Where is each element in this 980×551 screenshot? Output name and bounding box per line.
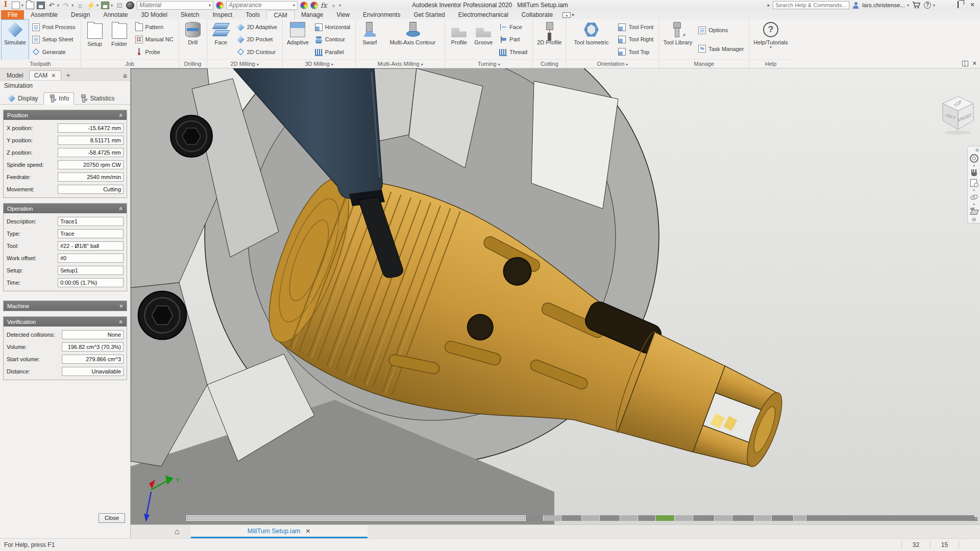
chevron-down-icon[interactable]: ▾ — [973, 189, 975, 191]
group-label-help[interactable]: Help — [749, 59, 792, 68]
group-label-turning[interactable]: Turning ▾ — [445, 59, 532, 68]
export-icon[interactable] — [101, 2, 109, 9]
view-cube[interactable]: TOP LEFT FRONT — [940, 95, 976, 136]
parallel-button[interactable]: Parallel — [313, 47, 352, 57]
document-tab-active[interactable]: MillTurn Setup.iam ✕ — [191, 525, 368, 538]
multi-axis-contour-button[interactable]: Multi-Axis Contour — [382, 20, 443, 59]
model-browser-tab[interactable]: Model — [2, 71, 28, 80]
timeline-segment[interactable] — [693, 515, 715, 521]
timeline-segment[interactable] — [526, 515, 544, 521]
help-icon[interactable]: ? — [924, 2, 931, 9]
swarf-button[interactable]: Swarf — [357, 20, 382, 59]
tab-manage[interactable]: Manage — [295, 10, 330, 19]
zoom-icon[interactable] — [970, 179, 978, 187]
close-document-icon[interactable]: ✕ — [972, 61, 977, 66]
timeline-segment[interactable] — [754, 515, 772, 521]
clip-icon[interactable]: ⊡ — [115, 2, 124, 9]
save-icon[interactable] — [37, 2, 45, 9]
group-label-drilling[interactable]: Drilling — [179, 59, 207, 68]
timeline-segment[interactable] — [794, 515, 806, 521]
tab-file[interactable]: File — [1, 10, 24, 19]
export-dropdown[interactable]: ▾ — [111, 3, 113, 8]
undo-icon[interactable]: ↶ — [47, 2, 56, 9]
render-sphere-icon[interactable] — [126, 2, 134, 9]
timeline-segment[interactable] — [186, 515, 526, 521]
tab-display[interactable]: Display — [3, 93, 42, 104]
tab-view[interactable]: View — [330, 10, 356, 19]
turning-profile-button[interactable]: Profile — [447, 20, 471, 59]
drill-button[interactable]: Drill — [181, 20, 205, 59]
adaptive-button[interactable]: Adaptive — [284, 20, 311, 59]
redo-dropdown[interactable]: ▾ — [71, 3, 74, 8]
face-button[interactable]: Face — [209, 20, 233, 59]
post-process-button[interactable]: Post Process — [31, 22, 77, 32]
pan-icon[interactable] — [970, 168, 978, 177]
help-dropdown[interactable]: ▾ — [933, 3, 935, 8]
undo-dropdown[interactable]: ▾ — [57, 3, 59, 8]
turning-part-button[interactable]: Part — [498, 34, 529, 44]
timeline-segment[interactable] — [772, 515, 794, 521]
close-button[interactable]: ✕ — [967, 1, 978, 9]
search-expand-icon[interactable]: ▸ — [768, 2, 770, 9]
pattern-button[interactable]: Pattern — [134, 22, 175, 32]
color-wheel-icon[interactable] — [216, 2, 224, 9]
cam-browser-tab[interactable]: CAM✕ — [29, 70, 61, 80]
tab-overflow-button[interactable]: ▴▾ — [562, 10, 574, 19]
tool-isometric-button[interactable]: Tool Isometric — [568, 20, 615, 59]
tab-cam[interactable]: CAM — [266, 10, 295, 19]
add-browser-tab-button[interactable]: ＋ — [62, 71, 75, 80]
turning-thread-button[interactable]: Thread — [498, 47, 529, 57]
tab-get-started[interactable]: Get Started — [407, 10, 451, 19]
navbar-collapse-icon[interactable]: ⊖ — [971, 217, 976, 222]
position-section-header[interactable]: Position« — [4, 110, 127, 120]
tab-assemble[interactable]: Assemble — [24, 10, 64, 19]
machine-section-header[interactable]: Machine« — [4, 301, 127, 311]
close-simulation-button[interactable]: Close — [99, 513, 125, 523]
operation-section-header[interactable]: Operation« — [4, 204, 127, 213]
tab-statistics[interactable]: #Statistics — [75, 93, 119, 104]
timeline-segment[interactable] — [544, 515, 561, 521]
tab-electromechanical[interactable]: Electromechanical — [452, 10, 515, 19]
timeline-segment[interactable] — [675, 515, 693, 521]
2d-pocket-button[interactable]: 2D Pocket — [235, 34, 279, 44]
verification-section-header[interactable]: Verification« — [4, 317, 127, 327]
navigation-wheel-icon[interactable] — [970, 154, 978, 163]
cart-icon[interactable] — [912, 2, 921, 9]
quick-update-icon[interactable]: ⚡ — [87, 2, 95, 9]
group-label-orientation[interactable]: Orientation ▾ — [566, 59, 658, 68]
timeline-segment[interactable] — [620, 515, 638, 521]
timeline-segment[interactable] — [561, 515, 582, 521]
group-label-3d-milling[interactable]: 3D Milling ▾ — [283, 59, 355, 68]
close-icon[interactable]: ✕ — [306, 528, 311, 535]
adjust-appearance-icon[interactable] — [300, 2, 308, 9]
tab-environments[interactable]: Environments — [356, 10, 407, 19]
task-manager-button[interactable]: Task Manager — [697, 44, 745, 54]
timeline-segment[interactable] — [806, 515, 975, 521]
folder-button[interactable]: Folder — [107, 20, 132, 59]
turning-face-button[interactable]: Face — [498, 22, 529, 32]
setup-button[interactable]: Setup — [83, 20, 107, 59]
quick-update-dropdown[interactable]: ▾ — [96, 3, 99, 8]
search-input[interactable] — [773, 1, 849, 9]
minimize-button[interactable] — [938, 1, 949, 9]
generate-button[interactable]: Generate — [31, 47, 77, 57]
group-label-job[interactable]: Job — [81, 59, 179, 68]
user-dropdown[interactable]: ▾ — [907, 3, 909, 8]
redo-icon[interactable]: ↷ — [62, 2, 70, 9]
tab-tools[interactable]: Tools — [239, 10, 266, 19]
clear-appearance-icon[interactable] — [310, 2, 318, 9]
simulate-button[interactable]: Simulate — [2, 20, 29, 59]
tab-3d-model[interactable]: 3D Model — [134, 10, 174, 19]
timeline-segment[interactable] — [715, 515, 732, 521]
close-icon[interactable]: ✕ — [51, 72, 56, 79]
tool-front-button[interactable]: Tool Front — [617, 22, 655, 32]
tool-top-button[interactable]: Tool Top — [617, 47, 655, 57]
group-label-multi-axis-milling[interactable]: Multi-Axis Milling ▾ — [356, 59, 445, 68]
group-label-2d-milling[interactable]: 2D Milling ▾ — [207, 59, 282, 68]
probe-button[interactable]: Probe — [134, 47, 175, 57]
horizontal-button[interactable]: Horizontal — [313, 22, 352, 32]
manual-nc-button[interactable]: Manual NC — [134, 34, 175, 44]
timeline-segment[interactable] — [638, 515, 656, 521]
timeline-segment[interactable] — [582, 515, 600, 521]
navbar-close-icon[interactable]: ⊗ — [975, 147, 979, 153]
